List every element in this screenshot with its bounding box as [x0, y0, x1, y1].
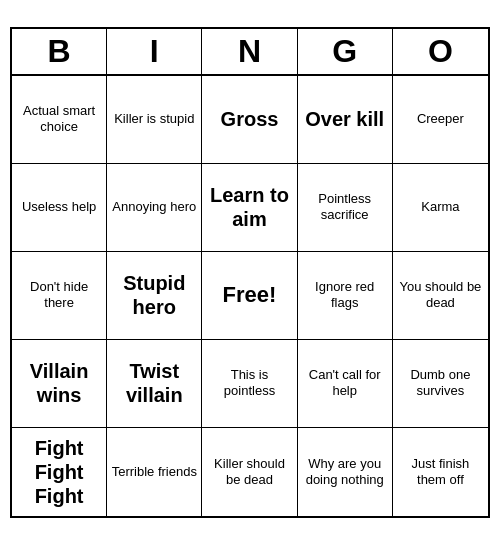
bingo-cell-6[interactable]: Annoying hero	[107, 164, 202, 252]
bingo-cell-24[interactable]: Just finish them off	[393, 428, 488, 516]
bingo-cell-19[interactable]: Dumb one survives	[393, 340, 488, 428]
header-letter-n: N	[202, 29, 297, 74]
header-letter-b: B	[12, 29, 107, 74]
header-letter-g: G	[298, 29, 393, 74]
bingo-cell-1[interactable]: Killer is stupid	[107, 76, 202, 164]
bingo-card: BINGO Actual smart choiceKiller is stupi…	[10, 27, 490, 518]
bingo-cell-13[interactable]: Ignore red flags	[298, 252, 393, 340]
bingo-cell-23[interactable]: Why are you doing nothing	[298, 428, 393, 516]
bingo-cell-16[interactable]: Twist villain	[107, 340, 202, 428]
bingo-cell-0[interactable]: Actual smart choice	[12, 76, 107, 164]
bingo-cell-7[interactable]: Learn to aim	[202, 164, 297, 252]
bingo-cell-15[interactable]: Villain wins	[12, 340, 107, 428]
header-letter-i: I	[107, 29, 202, 74]
bingo-cell-21[interactable]: Terrible friends	[107, 428, 202, 516]
bingo-cell-9[interactable]: Karma	[393, 164, 488, 252]
bingo-cell-10[interactable]: Don't hide there	[12, 252, 107, 340]
bingo-header: BINGO	[12, 29, 488, 76]
bingo-cell-11[interactable]: Stupid hero	[107, 252, 202, 340]
bingo-cell-22[interactable]: Killer should be dead	[202, 428, 297, 516]
bingo-cell-8[interactable]: Pointless sacrifice	[298, 164, 393, 252]
bingo-cell-4[interactable]: Creeper	[393, 76, 488, 164]
header-letter-o: O	[393, 29, 488, 74]
bingo-cell-2[interactable]: Gross	[202, 76, 297, 164]
bingo-cell-20[interactable]: Fight Fight Fight	[12, 428, 107, 516]
bingo-cell-5[interactable]: Useless help	[12, 164, 107, 252]
bingo-cell-12[interactable]: Free!	[202, 252, 297, 340]
bingo-grid: Actual smart choiceKiller is stupidGross…	[12, 76, 488, 516]
bingo-cell-14[interactable]: You should be dead	[393, 252, 488, 340]
bingo-cell-3[interactable]: Over kill	[298, 76, 393, 164]
bingo-cell-18[interactable]: Can't call for help	[298, 340, 393, 428]
bingo-cell-17[interactable]: This is pointless	[202, 340, 297, 428]
